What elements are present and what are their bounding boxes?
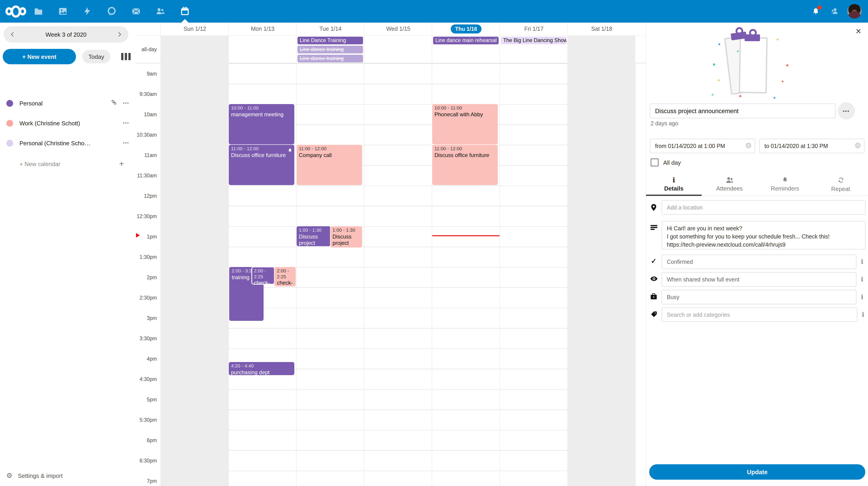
- day-column-1[interactable]: 10:00 - 11:00management meeting11:00 - 1…: [228, 62, 296, 486]
- tab-details[interactable]: i Details: [646, 173, 702, 196]
- calendar-item-actions: •••: [107, 138, 129, 148]
- week-label[interactable]: Week 3 of 2020: [22, 31, 110, 38]
- end-datetime-field[interactable]: [759, 139, 865, 153]
- contacts-app-icon[interactable]: [148, 0, 173, 23]
- calendar-list-item-2[interactable]: Personal (Christine Scho…•••: [0, 133, 135, 153]
- new-calendar-row[interactable]: + New calendar +: [0, 154, 135, 174]
- contacts-menu-icon[interactable]: [828, 5, 841, 18]
- more-options-icon[interactable]: •••: [123, 141, 129, 145]
- event-time: 10:00 - 11:00: [231, 105, 292, 111]
- previous-week-button[interactable]: [4, 26, 22, 42]
- mail-app-icon[interactable]: [124, 0, 148, 23]
- day-column-0[interactable]: [160, 62, 228, 486]
- talk-app-icon[interactable]: [99, 0, 124, 23]
- logo-circle: [11, 5, 21, 18]
- day-header-4[interactable]: Thu 1/16: [432, 23, 500, 35]
- all-day-event[interactable]: Line dance training: [298, 46, 363, 53]
- start-datetime-input[interactable]: [654, 139, 743, 152]
- day-header-label: Sat 1/18: [591, 26, 612, 32]
- calendar-event[interactable]: 11:00 - 12:00Discuss office furniture: [229, 145, 294, 185]
- settings-import[interactable]: ⚙ Settings & import: [0, 471, 135, 480]
- day-header-2[interactable]: Tue 1/14: [296, 23, 364, 35]
- day-header-1[interactable]: Mon 1/13: [228, 23, 297, 35]
- clipboard-ring: [749, 29, 757, 37]
- info-icon[interactable]: i: [857, 272, 868, 283]
- calendar-list-item-1[interactable]: Work (Christine Schott)•••: [0, 113, 135, 133]
- tab-repeat[interactable]: Repeat: [813, 173, 868, 196]
- status-select[interactable]: Confirmed: [661, 254, 857, 269]
- plus-icon[interactable]: +: [119, 159, 124, 169]
- day-column-3[interactable]: [364, 62, 432, 486]
- tab-label: Repeat: [831, 185, 850, 192]
- description-icon: [646, 221, 661, 230]
- description-textarea[interactable]: Hi Carl! are you in next week? I got som…: [661, 221, 866, 250]
- all-day-checkbox[interactable]: [651, 159, 659, 167]
- all-day-event[interactable]: Line dance main rehearsal: [433, 37, 499, 44]
- calendar-week-grid: Sun 1/12Mon 1/13Tue 1/14Wed 1/15Thu 1/16…: [135, 23, 647, 486]
- calendar-event[interactable]: 4:20 - 4:40purchasing dept: [229, 362, 294, 375]
- visibility-select[interactable]: When shared show full event: [661, 272, 857, 287]
- all-day-event[interactable]: The Big Line Dancing Show: [501, 37, 566, 44]
- day-header-label: Thu 1/16: [451, 24, 482, 33]
- time-label: 7pm: [135, 470, 157, 486]
- more-options-icon[interactable]: •••: [123, 101, 129, 106]
- day-column-2[interactable]: 11:00 - 12:00Company call1:00 - 1:30Disc…: [296, 62, 364, 486]
- day-column-4[interactable]: 10:00 - 11:00Phonecall with Abby11:00 - …: [432, 62, 500, 486]
- all-day-cell-4: Line dance main rehearsal: [432, 36, 500, 63]
- day-header-6[interactable]: Sat 1/18: [567, 23, 636, 35]
- nextcloud-logo-icon[interactable]: [5, 0, 26, 23]
- activity-app-icon[interactable]: [75, 0, 99, 23]
- day-header-5[interactable]: Fri 1/17: [500, 23, 568, 35]
- calendar-event[interactable]: 1:00 - 1:30Discuss project announcement: [297, 226, 330, 246]
- photos-app-icon[interactable]: [51, 0, 75, 23]
- more-options-icon[interactable]: •••: [123, 121, 129, 125]
- new-event-button[interactable]: + New event: [3, 49, 76, 64]
- categories-input[interactable]: Search or add categories: [661, 307, 858, 322]
- info-icon[interactable]: i: [858, 307, 868, 318]
- update-button[interactable]: Update: [649, 464, 865, 480]
- event-title: check-in: [254, 280, 272, 284]
- event-menu-button[interactable]: •••: [838, 102, 855, 119]
- time-label: 4:30pm: [135, 369, 157, 389]
- all-day-event[interactable]: Line Dance Training: [298, 37, 363, 44]
- calendar-event[interactable]: 10:00 - 11:00management meeting: [229, 104, 294, 144]
- calendar-event[interactable]: 11:00 - 12:00Discuss office furniture: [432, 145, 498, 185]
- week-view-toggle[interactable]: [121, 53, 131, 60]
- calendar-list-item-0[interactable]: Personal•••: [0, 93, 135, 113]
- calendar-event[interactable]: 2:00 - 2:25check-in: [275, 267, 296, 286]
- notifications-bell-icon[interactable]: [809, 5, 822, 18]
- user-avatar[interactable]: [847, 4, 862, 19]
- day-header-0[interactable]: Sun 1/12: [160, 23, 229, 35]
- new-calendar-label[interactable]: + New calendar: [20, 161, 119, 167]
- close-icon[interactable]: ×: [856, 26, 861, 36]
- files-app-icon[interactable]: [26, 0, 51, 23]
- today-button[interactable]: Today: [82, 50, 110, 63]
- calendar-event[interactable]: 1:00 - 1:30Discuss project: [330, 226, 362, 248]
- day-column-5[interactable]: [500, 62, 567, 486]
- calendar-name: Work (Christine Schott): [20, 120, 107, 126]
- next-week-button[interactable]: [110, 26, 128, 42]
- visibility-eye-icon: [646, 272, 661, 282]
- end-datetime-input[interactable]: [764, 139, 852, 152]
- day-header-3[interactable]: Wed 1/15: [364, 23, 432, 35]
- timezone-globe-icon[interactable]: [745, 142, 752, 151]
- calendar-event[interactable]: 11:00 - 12:00Company call: [297, 145, 362, 185]
- event-title-input[interactable]: [650, 103, 836, 119]
- calendar-app-icon[interactable]: [173, 0, 197, 23]
- day-column-6[interactable]: [567, 62, 635, 486]
- location-input[interactable]: Add a location: [661, 200, 866, 215]
- timezone-globe-icon[interactable]: [855, 142, 861, 151]
- time-label: 9am: [135, 63, 157, 84]
- event-title: Company call: [299, 152, 360, 159]
- tab-reminders[interactable]: Reminders: [757, 173, 813, 196]
- share-link-icon[interactable]: [110, 98, 118, 108]
- calendar-event[interactable]: 10:00 - 11:00Phonecall with Abby: [432, 104, 498, 144]
- tab-attendees[interactable]: Attendees: [702, 173, 757, 196]
- busy-select[interactable]: Busy: [661, 290, 857, 305]
- time-label: 3:30pm: [135, 328, 157, 348]
- info-icon[interactable]: i: [857, 254, 868, 265]
- all-day-event[interactable]: Line dance training: [298, 55, 363, 62]
- info-icon[interactable]: i: [857, 290, 868, 301]
- calendar-event[interactable]: 2:00 - 2:25check-in: [252, 267, 274, 284]
- start-datetime-field[interactable]: [650, 139, 755, 153]
